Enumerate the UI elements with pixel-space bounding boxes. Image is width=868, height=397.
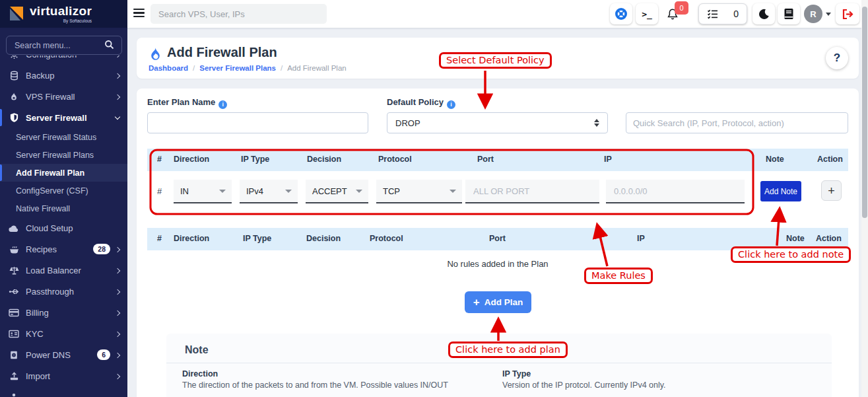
page-scrollbar[interactable] bbox=[861, 0, 868, 397]
sidebar-item-server-firewall[interactable]: Server Firewall bbox=[0, 107, 127, 128]
active-indicator bbox=[0, 109, 2, 126]
add-rule-button[interactable]: + bbox=[821, 180, 842, 201]
sidebar-item-label: Billing bbox=[26, 308, 116, 318]
support-button[interactable] bbox=[610, 3, 632, 24]
sidebar-item-label: Backup bbox=[26, 71, 116, 81]
protocol-select[interactable]: TCP bbox=[376, 180, 462, 203]
sidebar-item-configuration[interactable]: Configuration bbox=[0, 55, 127, 65]
firewall-flame-icon bbox=[149, 47, 162, 62]
chevron-down-icon bbox=[219, 190, 226, 193]
add-plan-button[interactable]: + Add Plan bbox=[465, 291, 531, 313]
annotation-select-default-policy: Select Default Policy bbox=[439, 52, 552, 69]
note-term-direction: Direction bbox=[182, 369, 218, 379]
chevron-down-icon bbox=[450, 190, 456, 193]
default-policy-value: DROP bbox=[395, 118, 420, 128]
sidebar-item-label: Passthrough bbox=[26, 287, 116, 297]
logout-icon bbox=[842, 9, 854, 20]
info-icon: i bbox=[218, 100, 227, 109]
ip-type-select[interactable]: IPv4 bbox=[240, 180, 298, 203]
dark-mode-button[interactable] bbox=[752, 3, 775, 24]
sidebar-item-passthrough[interactable]: Passthrough bbox=[0, 281, 127, 302]
help-button[interactable]: ? bbox=[826, 47, 848, 69]
chevron-right-icon bbox=[115, 73, 120, 78]
sidebar-child-label: Native Firewall bbox=[16, 204, 70, 213]
ip-input[interactable] bbox=[606, 180, 745, 203]
col-port: Port bbox=[489, 234, 506, 243]
hamburger-menu-icon[interactable] bbox=[133, 9, 145, 18]
sidebar-item-configserver-csf[interactable]: ConfigServer (CSF) bbox=[0, 182, 127, 199]
dns-book-icon bbox=[9, 349, 19, 360]
sidebar-item-load-balancer[interactable]: Load Balancer bbox=[0, 260, 127, 281]
credit-card-icon bbox=[9, 307, 19, 318]
sidebar-child-label: Server Firewall Status bbox=[16, 133, 96, 142]
brand-logo[interactable]: virtualizor By Softaculous bbox=[0, 0, 127, 28]
user-avatar[interactable]: R bbox=[804, 5, 822, 23]
plus-icon: + bbox=[473, 296, 480, 309]
sidebar-item-partial[interactable] bbox=[0, 386, 127, 397]
docs-button[interactable] bbox=[778, 3, 800, 24]
info-icon: i bbox=[447, 100, 455, 109]
sidebar-item-cloud-setup[interactable]: Cloud Setup bbox=[0, 217, 127, 238]
sidebar-item-recipes[interactable]: Recipes 28 bbox=[0, 238, 127, 260]
port-input[interactable] bbox=[465, 180, 599, 203]
breadcrumb-server-firewall-plans-link[interactable]: Server Firewall Plans bbox=[199, 64, 276, 72]
avatar-caret-icon[interactable] bbox=[826, 13, 831, 16]
col-direction: Direction bbox=[174, 155, 209, 164]
sidebar: Configuration Backup bbox=[0, 28, 127, 397]
tasks-button[interactable]: 0 bbox=[698, 3, 747, 24]
chevron-right-icon bbox=[115, 94, 120, 99]
chevron-right-icon bbox=[115, 268, 120, 273]
sidebar-item-power-dns[interactable]: Power DNS 6 bbox=[0, 344, 127, 365]
sidebar-item-billing[interactable]: Billing bbox=[0, 302, 127, 323]
scales-icon bbox=[9, 265, 19, 275]
sidebar-item-native-firewall[interactable]: Native Firewall bbox=[0, 199, 127, 217]
brand-logo-icon bbox=[8, 5, 25, 22]
sidebar-item-vps-firewall[interactable]: VPS Firewall bbox=[0, 86, 127, 107]
global-search-input[interactable] bbox=[150, 4, 327, 24]
id-card-icon bbox=[9, 328, 19, 339]
note-desc-ip-type: Version of the IP protcol. Currently IPv… bbox=[502, 380, 666, 390]
add-note-button[interactable]: Add Note bbox=[760, 181, 801, 201]
sidebar-item-import[interactable]: Import bbox=[0, 365, 127, 386]
col-note: Note bbox=[766, 155, 784, 164]
terminal-button[interactable]: >_ bbox=[636, 3, 658, 24]
sidebar-item-add-firewall-plan[interactable]: Add Firewall Plan bbox=[0, 164, 127, 182]
page-title: Add Firewall Plan bbox=[167, 45, 277, 60]
col-protocol: Protocol bbox=[378, 155, 412, 164]
quick-search-input[interactable] bbox=[626, 112, 848, 133]
scrollbar-thumb[interactable] bbox=[862, 7, 867, 218]
sidebar-item-backup[interactable]: Backup bbox=[0, 65, 127, 86]
terminal-icon: >_ bbox=[642, 9, 652, 19]
annotation-make-rules: Make Rules bbox=[584, 268, 653, 284]
sidebar-menu: Configuration Backup bbox=[0, 55, 127, 397]
chevron-right-icon bbox=[115, 246, 120, 252]
virtualizor-admin-page: virtualizor By Softaculous >_ bbox=[0, 0, 868, 397]
recipes-count-badge: 28 bbox=[93, 244, 110, 254]
logout-button[interactable] bbox=[836, 3, 859, 24]
brand-name: virtualizor bbox=[30, 4, 92, 18]
direction-select[interactable]: IN bbox=[174, 180, 232, 203]
sidebar-item-label: Server Firewall bbox=[26, 113, 116, 123]
sidebar-child-label: ConfigServer (CSF) bbox=[16, 186, 88, 196]
note-term-ip-type: IP Type bbox=[502, 369, 531, 379]
default-policy-select[interactable]: DROP bbox=[387, 112, 608, 133]
sidebar-item-server-firewall-plans[interactable]: Server Firewall Plans bbox=[0, 146, 127, 164]
sidebar-item-label: Recipes bbox=[26, 244, 93, 254]
sidebar-item-server-firewall-status[interactable]: Server Firewall Status bbox=[0, 128, 127, 146]
plan-name-input[interactable] bbox=[147, 112, 368, 133]
sidebar-child-label: Add Firewall Plan bbox=[16, 168, 84, 178]
topbar: virtualizor By Softaculous >_ bbox=[0, 0, 868, 28]
gear-icon bbox=[9, 55, 19, 59]
notifications-badge: 0 bbox=[675, 1, 688, 15]
sidebar-item-kyc[interactable]: KYC bbox=[0, 323, 127, 344]
chevron-right-icon bbox=[115, 331, 120, 336]
shield-icon bbox=[9, 112, 19, 123]
decision-select[interactable]: ACCEPT bbox=[306, 180, 368, 203]
plan-name-label: Enter Plan Namei bbox=[147, 97, 227, 109]
default-policy-label: Default Policyi bbox=[387, 97, 455, 109]
col-action: Action bbox=[817, 155, 843, 164]
annotation-click-add-note: Click here to add note bbox=[731, 246, 851, 263]
col-ip: IP bbox=[637, 234, 645, 243]
breadcrumb-dashboard-link[interactable]: Dashboard bbox=[149, 64, 188, 72]
power-dns-count-badge: 6 bbox=[97, 349, 110, 360]
